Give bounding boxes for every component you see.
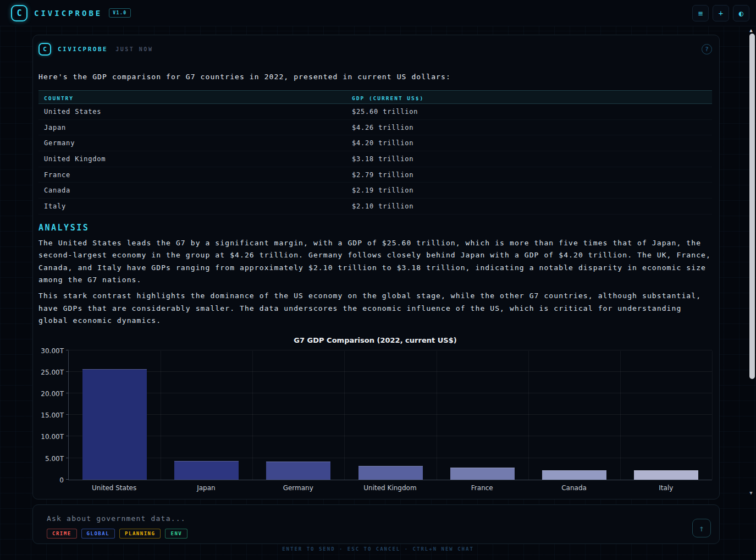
scrollbar-thumb[interactable] bbox=[749, 34, 755, 379]
h-gridline bbox=[69, 393, 712, 393]
h-gridline bbox=[69, 414, 712, 415]
chart-bar-united-kingdom bbox=[358, 466, 423, 480]
chart-bar-germany bbox=[266, 462, 330, 480]
y-tick-label: 30.00T bbox=[41, 347, 64, 355]
v-gridline bbox=[161, 351, 161, 480]
v-gridline bbox=[528, 351, 529, 480]
x-tick-label: Canada bbox=[528, 484, 620, 492]
x-tick-label: Germany bbox=[252, 484, 344, 492]
chart-y-axis: 05.00T10.00T15.00T20.00T25.00T30.00T bbox=[38, 351, 68, 480]
cell-gdp: $25.60 trillion bbox=[352, 108, 712, 116]
table-row: United States$25.60 trillion bbox=[38, 104, 712, 120]
h-gridline bbox=[69, 436, 712, 436]
x-tick-label: Japan bbox=[160, 484, 252, 492]
y-tickmark bbox=[66, 436, 69, 436]
cell-gdp: $2.79 trillion bbox=[352, 171, 712, 179]
table-row: Germany$4.20 trillion bbox=[38, 135, 712, 151]
y-tickmark bbox=[66, 371, 69, 372]
chat-input[interactable] bbox=[47, 514, 652, 523]
v-gridline bbox=[252, 351, 253, 480]
tag-chip-crime[interactable]: CRIME bbox=[47, 529, 77, 539]
h-gridline bbox=[69, 350, 712, 350]
sender-name: CIVICPROBE bbox=[58, 46, 108, 53]
y-tick-label: 25.00T bbox=[41, 369, 64, 376]
y-tick-label: 0 bbox=[59, 476, 64, 484]
cell-gdp: $4.20 trillion bbox=[352, 139, 712, 147]
table-header-row: COUNTRY GDP (CURRENT US$) bbox=[38, 90, 712, 104]
y-tickmark bbox=[66, 458, 69, 458]
h-gridline bbox=[69, 458, 712, 458]
cell-country: Japan bbox=[38, 124, 352, 131]
table-row: Canada$2.19 trillion bbox=[38, 183, 712, 199]
menu-icon[interactable]: ≡ bbox=[692, 5, 709, 21]
chart-bar-france bbox=[450, 468, 515, 480]
v-gridline bbox=[712, 351, 713, 480]
analysis-paragraph-2: This stark contrast highlights the domin… bbox=[38, 290, 712, 327]
y-tickmark bbox=[66, 393, 69, 393]
app-logo: C bbox=[11, 5, 27, 21]
table-row: Italy$2.10 trillion bbox=[38, 199, 712, 215]
chart-title: G7 GDP Comparison (2022, current US$) bbox=[38, 336, 712, 344]
chart-bar-canada bbox=[542, 470, 606, 480]
message-timestamp: JUST NOW bbox=[115, 46, 153, 52]
cell-country: Canada bbox=[38, 186, 352, 194]
arrow-up-icon: ↑ bbox=[699, 523, 704, 534]
gdp-table: COUNTRY GDP (CURRENT US$) United States$… bbox=[38, 90, 712, 215]
y-tickmark bbox=[66, 350, 69, 350]
scrollbar[interactable]: ▲ ▼ bbox=[749, 28, 755, 498]
v-gridline bbox=[437, 351, 437, 480]
tag-chips: CRIMEGLOBALPLANNINGENV bbox=[47, 529, 710, 539]
x-tick-label: Italy bbox=[620, 484, 712, 492]
tag-chip-planning[interactable]: PLANNING bbox=[119, 529, 161, 539]
chart-x-axis-labels: United StatesJapanGermanyUnited KingdomF… bbox=[68, 484, 712, 492]
table-body: United States$25.60 trillionJapan$4.26 t… bbox=[38, 104, 712, 215]
scrollbar-down-icon[interactable]: ▼ bbox=[748, 490, 754, 496]
analysis-heading: ANALYSIS bbox=[38, 223, 712, 233]
v-gridline bbox=[344, 351, 345, 480]
cell-country: France bbox=[38, 171, 352, 179]
app-title: CIVICPROBE bbox=[34, 9, 102, 18]
avatar-letter: C bbox=[43, 46, 47, 53]
message-card: C CIVICPROBE JUST NOW ? Here's the GDP c… bbox=[32, 35, 720, 499]
cell-country: Germany bbox=[38, 139, 352, 147]
cell-gdp: $2.10 trillion bbox=[352, 202, 712, 210]
table-row: United Kingdom$3.18 trillion bbox=[38, 151, 712, 167]
column-header-country: COUNTRY bbox=[44, 95, 74, 101]
y-tick-label: 10.00T bbox=[41, 433, 64, 441]
composer: CRIMEGLOBALPLANNINGENV ↑ bbox=[32, 504, 720, 544]
help-icon[interactable]: ? bbox=[702, 44, 712, 54]
y-tickmark bbox=[66, 414, 69, 415]
theme-toggle-icon[interactable]: ◐ bbox=[733, 5, 749, 21]
cell-country: Italy bbox=[38, 202, 352, 210]
x-tick-label: United Kingdom bbox=[344, 484, 436, 492]
gdp-bar-chart: G7 GDP Comparison (2022, current US$) 05… bbox=[38, 336, 712, 492]
chart-bar-united-states bbox=[82, 369, 147, 480]
y-tick-label: 15.00T bbox=[41, 411, 64, 419]
chart-plot-area bbox=[68, 351, 712, 480]
cell-country: United Kingdom bbox=[38, 155, 352, 163]
tag-chip-global[interactable]: GLOBAL bbox=[81, 529, 115, 539]
x-tick-label: United States bbox=[68, 484, 160, 492]
message-header: C CIVICPROBE JUST NOW ? bbox=[38, 42, 712, 56]
table-row: France$2.79 trillion bbox=[38, 167, 712, 183]
y-tick-label: 20.00T bbox=[41, 390, 64, 398]
h-gridline bbox=[69, 371, 712, 372]
new-chat-icon[interactable]: + bbox=[713, 5, 729, 21]
column-header-gdp: GDP (CURRENT US$) bbox=[352, 95, 424, 101]
chart-bar-italy bbox=[634, 470, 698, 479]
cell-gdp: $4.26 trillion bbox=[352, 124, 712, 131]
version-badge: V1.0 bbox=[109, 8, 130, 18]
cell-country: United States bbox=[38, 108, 352, 116]
chart-bar-japan bbox=[174, 461, 239, 479]
x-tick-label: France bbox=[436, 484, 528, 492]
analysis-paragraph-1: The United States leads the G7 by a sign… bbox=[38, 237, 712, 287]
intro-text: Here's the GDP comparison for G7 countri… bbox=[38, 73, 712, 81]
cell-gdp: $3.18 trillion bbox=[352, 155, 712, 163]
y-tickmark bbox=[66, 479, 69, 480]
scrollbar-up-icon[interactable]: ▲ bbox=[748, 28, 754, 33]
send-button[interactable]: ↑ bbox=[692, 519, 711, 537]
y-tick-label: 5.00T bbox=[45, 455, 64, 463]
topbar-actions: ≡ + ◐ bbox=[692, 5, 749, 21]
app-header: C CIVICPROBE V1.0 ≡ + ◐ bbox=[0, 0, 756, 26]
tag-chip-env[interactable]: ENV bbox=[165, 529, 187, 539]
